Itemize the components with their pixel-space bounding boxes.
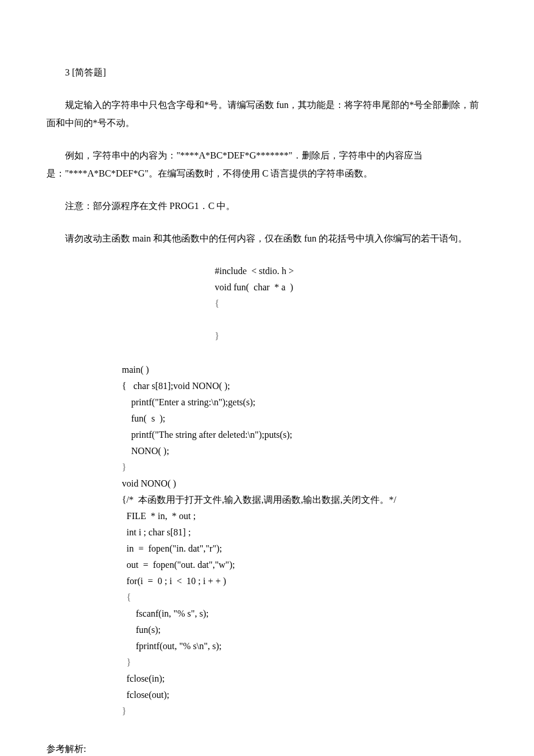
code-fun-stub: #include < stdio. h > void fun( char * a… [46,263,488,344]
analysis-label: 参考解析: [46,740,488,756]
code-line: { char s[81];void NONO( ); [122,378,488,394]
code-line: fclose(out); [122,687,488,703]
question-p1-text: 规定输入的字符串中只包含字母和*号。请编写函数 fun，其功能是：将字符串尾部的… [46,96,488,132]
question-p2-text: 例如，字符串中的内容为："****A*BC*DEF*G*******"．删除后，… [28,147,488,182]
code-line: out = fopen("out. dat","w"); [122,557,488,573]
code-line: FILE * in, * out ; [122,508,488,524]
question-para-1: 规定输入的字符串中只包含字母和*号。请编写函数 fun，其功能是：将字符串尾部的… [46,96,488,132]
code-line-blank [215,312,488,328]
code-main-nono: main( ) { char s[81];void NONO( ); print… [46,362,488,719]
code-line: int i ; char s[81] ; [122,524,488,541]
code-line: NONO( ); [122,443,488,459]
code-line: printf("Enter a string:\n");gets(s); [122,394,488,411]
code-line: { [122,589,488,606]
code-line: {/* 本函数用于打开文件,输入数据,调用函数,输出数据,关闭文件。*/ [122,492,488,508]
question-para-3: 注意：部分源程序在文件 PROG1．C 中。 [46,197,488,215]
code-line: fun(s); [122,622,488,638]
code-line: fprintf(out, "% s\n", s); [122,638,488,654]
code-line: } [215,328,488,344]
code-line: for(i = 0 ; i < 10 ; i + + ) [122,573,488,589]
code-line: fun( s ); [122,411,488,427]
question-number: 3 [简答题] [46,64,488,81]
code-line: #include < stdio. h > [215,263,488,279]
code-line: printf("The string after deleted:\n");pu… [122,427,488,443]
code-line: void fun( char * a ) [215,279,488,296]
code-line: void NONO( ) [122,476,488,492]
question-para-4: 请勿改动主函数 main 和其他函数中的任何内容，仅在函数 fun 的花括号中填… [46,230,488,247]
code-line: fclose(in); [122,671,488,687]
code-line: { [215,296,488,312]
code-line: fscanf(in, "% s", s); [122,606,488,622]
code-line: } [122,654,488,671]
code-line: } [122,703,488,719]
code-line: in = fopen("in. dat","r"); [122,541,488,557]
question-p4-text: 请勿改动主函数 main 和其他函数中的任何内容，仅在函数 fun 的花括号中填… [46,230,467,247]
code-line: main( ) [122,362,488,378]
question-para-2: 例如，字符串中的内容为："****A*BC*DEF*G*******"．删除后，… [46,147,488,182]
code-line: } [122,459,488,476]
